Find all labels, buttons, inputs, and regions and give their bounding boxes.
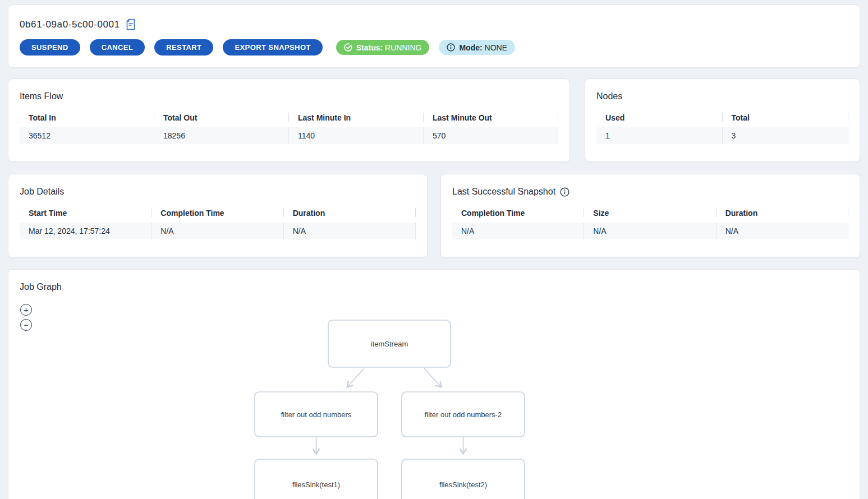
table-cell: 1 [596, 127, 723, 144]
last-snapshot-table: Completion Time Size Duration N/A N/A N/… [452, 206, 848, 239]
column-header: Last Minute In [289, 111, 424, 127]
mode-badge: Mode: NONE [439, 40, 515, 55]
graph-node-label: filter out odd numbers [281, 410, 352, 419]
table-row: 36512 18256 1140 570 [20, 127, 558, 144]
graph-node-label: filesSink(test1) [292, 480, 340, 489]
table-row: Mar 12, 2024, 17:57:24 N/A N/A [20, 223, 416, 239]
zoom-out-button[interactable]: − [20, 319, 32, 331]
info-circle-icon[interactable] [560, 187, 570, 197]
table-cell: 3 [723, 127, 849, 144]
last-snapshot-card: Last Successful Snapshot Completion Time… [440, 174, 860, 258]
nodes-title: Nodes [596, 91, 848, 101]
table-header-row: Start Time Completion Time Duration [20, 206, 416, 223]
last-snapshot-title-row: Last Successful Snapshot [452, 187, 848, 197]
table-cell: N/A [717, 223, 848, 239]
nodes-table: Used Total 1 3 [596, 111, 848, 144]
job-graph-canvas[interactable]: itemStream filter out odd numbers filter… [8, 270, 861, 499]
column-header: Start Time [20, 206, 151, 223]
info-circle-icon [447, 43, 455, 52]
graph-node-label: filter out odd numbers-2 [425, 410, 502, 419]
suspend-button[interactable]: SUSPEND [20, 39, 80, 56]
job-title-row: 0b61-09a0-5c00-0001 [20, 19, 848, 30]
column-header: Last Minute Out [424, 111, 558, 127]
table-cell: N/A [284, 223, 416, 239]
table-header-row: Used Total [596, 111, 848, 127]
table-header-row: Total In Total Out Last Minute In Last M… [20, 111, 558, 127]
column-header: Size [584, 206, 716, 223]
graph-node-label: itemStream [371, 340, 408, 348]
status-badge-text: Status: RUNNING [356, 43, 422, 52]
table-cell: 1140 [289, 127, 424, 144]
status-badge: Status: RUNNING [336, 40, 430, 55]
table-row: 1 3 [596, 127, 848, 144]
column-header: Duration [284, 206, 416, 223]
graph-node-filter-2[interactable]: filter out odd numbers-2 [402, 392, 525, 437]
table-cell: N/A [452, 223, 584, 239]
items-flow-card: Items Flow Total In Total Out Last Minut… [8, 78, 570, 162]
table-cell: 570 [424, 127, 558, 144]
column-header: Total Out [154, 111, 289, 127]
items-flow-table: Total In Total Out Last Minute In Last M… [20, 111, 558, 144]
nodes-card: Nodes Used Total 1 3 [585, 78, 860, 162]
column-header: Completion Time [452, 206, 584, 223]
job-graph-card: Job Graph + − itemStream [8, 269, 860, 499]
cancel-button[interactable]: CANCEL [90, 39, 145, 56]
mode-badge-text: Mode: NONE [459, 43, 507, 52]
graph-zoom-controls: + − [20, 304, 33, 331]
graph-node-sink-1[interactable]: filesSink(test1) [255, 459, 378, 499]
graph-node-filter-1[interactable]: filter out odd numbers [255, 392, 378, 437]
graph-node-sink-2[interactable]: filesSink(test2) [402, 459, 525, 499]
job-detail-page: 0b61-09a0-5c00-0001 SUSPEND CANCEL RESTA… [0, 0, 868, 499]
column-header: Used [596, 111, 723, 127]
column-header: Total [723, 111, 849, 127]
edge-itemstream-filter2 [424, 368, 441, 387]
job-definition-icon[interactable] [126, 19, 136, 30]
table-row: N/A N/A N/A [452, 223, 848, 239]
column-header: Completion Time [151, 206, 283, 223]
table-header-row: Completion Time Size Duration [452, 206, 848, 223]
job-header-card: 0b61-09a0-5c00-0001 SUSPEND CANCEL RESTA… [8, 4, 860, 68]
last-snapshot-title: Last Successful Snapshot [452, 187, 555, 197]
restart-button[interactable]: RESTART [154, 39, 213, 56]
job-details-table: Start Time Completion Time Duration Mar … [20, 206, 416, 239]
export-snapshot-button[interactable]: EXPORT SNAPSHOT [223, 39, 322, 56]
table-cell: N/A [151, 223, 283, 239]
zoom-in-button[interactable]: + [20, 304, 32, 316]
check-circle-icon [344, 43, 352, 52]
column-header: Total In [20, 111, 154, 127]
job-details-title: Job Details [20, 187, 416, 197]
table-cell: N/A [584, 223, 716, 239]
table-cell: 36512 [20, 127, 154, 144]
graph-node-itemstream[interactable]: itemStream [328, 320, 451, 367]
table-cell: Mar 12, 2024, 17:57:24 [20, 223, 151, 239]
graph-node-label: filesSink(test2) [439, 480, 487, 489]
column-header: Duration [717, 206, 848, 223]
job-details-card: Job Details Start Time Completion Time D… [8, 174, 428, 258]
edge-itemstream-filter1 [347, 368, 364, 387]
job-id-title: 0b61-09a0-5c00-0001 [20, 19, 120, 30]
job-actions-row: SUSPEND CANCEL RESTART EXPORT SNAPSHOT S… [20, 39, 848, 56]
items-flow-title: Items Flow [20, 91, 558, 101]
table-cell: 18256 [154, 127, 289, 144]
